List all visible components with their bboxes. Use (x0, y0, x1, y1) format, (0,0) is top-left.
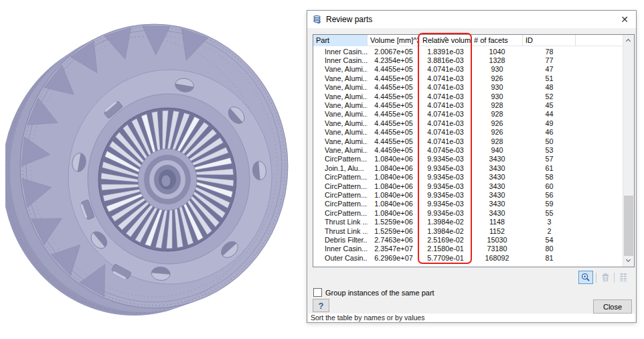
compare-columns-button[interactable] (617, 271, 629, 284)
table-row[interactable]: Thrust Link ...1.5259e+061.3984e-0211522 (313, 226, 623, 235)
table-row[interactable]: CircPattern....1.0840e+069.9345e-0334305… (313, 172, 623, 181)
table-row[interactable]: CircPattern....1.0840e+069.9345e-0334306… (313, 182, 623, 190)
cell-value: 4.4455e+05 (368, 92, 420, 100)
cell-part-name: Vane, Alumi... (313, 83, 368, 91)
cell-value: 5.7709e-01 (420, 254, 471, 262)
cell-part-name: CircPattern.... (313, 191, 368, 199)
table-row[interactable]: Vane, Alumi...4.4455e+054.0741e-0392651 (313, 74, 623, 82)
table-row[interactable]: Vane, Alumi...4.4459e+054.0745e-0394053 (313, 145, 623, 154)
table-row[interactable]: Inner Casin...2.0067e+051.8391e-03104078 (313, 47, 623, 56)
cell-value: 926 (471, 119, 523, 127)
cell-part-name: Debris Filter... (313, 236, 368, 244)
table-row[interactable]: Thrust Link ...1.5259e+061.3984e-0211483 (313, 217, 623, 226)
table-row[interactable]: Vane, Alumi...4.4455e+054.0741e-0392844 (313, 110, 623, 119)
cell-value: 44 (523, 110, 576, 118)
table-row[interactable]: Vane, Alumi...4.4455e+054.0741e-0393047 (313, 65, 623, 74)
cell-value: 15030 (471, 236, 523, 244)
scroll-down-button[interactable] (623, 255, 634, 267)
zoom-in-button[interactable] (578, 271, 593, 284)
close-button[interactable]: Close (593, 299, 632, 314)
table-row[interactable]: Vane, Alumi...4.4455e+054.0741e-0393052 (313, 92, 623, 100)
table-row[interactable]: Vane, Alumi...4.4455e+054.0741e-0392649 (313, 119, 623, 127)
cell-value: 4.0741e-03 (420, 92, 471, 100)
cell-value: 1.0840e+06 (368, 173, 420, 181)
table-row[interactable]: Outer Casin...6.2969e+075.7709e-01168092… (313, 253, 623, 262)
table-row[interactable]: Vane, Alumi...4.4455e+054.0741e-0392850 (313, 137, 623, 145)
review-parts-dialog: Review parts ✕ PartVolume [mm]^3Relative… (307, 10, 637, 323)
table-row[interactable]: Inner Casin...2.3547e+072.1580e-01731808… (313, 245, 623, 253)
table-row[interactable]: CircPattern....1.0840e+069.9345e-0334305… (313, 208, 623, 217)
cell-value: 3430 (471, 155, 523, 163)
group-instances-checkbox[interactable] (313, 288, 322, 297)
help-button[interactable]: ? (313, 299, 329, 312)
cell-value: 3430 (471, 200, 523, 208)
cell-value: 6.2969e+07 (368, 254, 420, 262)
column-header-relative-volume[interactable]: Relative volume (420, 35, 471, 46)
cad-3d-viewport[interactable] (5, 12, 303, 327)
table-body: Inner Casin...2.0067e+051.8391e-03104078… (313, 47, 623, 267)
cell-value: 1.0840e+06 (368, 182, 420, 190)
table-header: PartVolume [mm]^3Relative volume# of fac… (313, 35, 623, 46)
cell-value: 168092 (471, 254, 523, 262)
cell-value: 53 (523, 146, 576, 154)
table-row[interactable]: CircPattern....1.0840e+069.9345e-0334305… (313, 190, 623, 199)
column-header--of-facets[interactable]: # of facets (471, 35, 523, 46)
cell-value: 4.4455e+05 (368, 74, 420, 82)
cell-value: 1152 (471, 227, 523, 235)
cell-value: 4.0741e-03 (420, 83, 471, 91)
cell-value: 2.1580e-01 (420, 245, 471, 253)
cell-part-name: Thrust Link ... (313, 227, 368, 235)
cell-value: 1.0840e+06 (368, 200, 420, 208)
cell-value: 4.0745e-03 (420, 146, 471, 154)
table-row[interactable]: Inner Casin...4.2354e+053.8816e-03132877 (313, 56, 623, 64)
toolbar-separator (596, 273, 596, 283)
cell-value: 1148 (471, 218, 523, 226)
cell-value: 3430 (471, 182, 523, 190)
cell-value: 930 (471, 92, 523, 100)
parts-table[interactable]: PartVolume [mm]^3Relative volume# of fac… (313, 34, 635, 267)
cell-value: 2.3547e+07 (368, 245, 420, 253)
cell-value: 49 (523, 119, 576, 127)
table-row[interactable]: Vane, Alumi...4.4455e+054.0741e-0393048 (313, 83, 623, 92)
column-header-id[interactable]: ID (523, 35, 576, 46)
cell-value: 9.9345e-03 (420, 209, 471, 217)
vertical-scrollbar[interactable] (623, 35, 634, 267)
column-header-part[interactable]: Part (313, 35, 368, 46)
cell-part-name: Vane, Alumi... (313, 110, 368, 118)
table-row[interactable]: Vane, Alumi...4.4455e+054.0741e-0392845 (313, 100, 623, 109)
cell-value: 1.3984e-02 (420, 227, 471, 235)
delete-row-button[interactable] (599, 271, 611, 284)
table-row[interactable]: Join.1, Alu...1.0840e+069.9345e-03343061 (313, 163, 623, 172)
cell-part-name: Join.1, Alu... (313, 164, 368, 172)
cell-part-name: Inner Casin... (313, 56, 368, 64)
cell-value: 54 (523, 236, 576, 244)
dialog-titlebar[interactable]: Review parts ✕ (307, 11, 636, 28)
cell-value: 1.5259e+06 (368, 227, 420, 235)
cell-value: 48 (523, 83, 576, 91)
cell-value: 1.3984e-02 (420, 218, 471, 226)
table-row[interactable]: CircPattern....1.0840e+069.9345e-0334305… (313, 155, 623, 163)
cell-value: 4.4459e+05 (368, 146, 420, 154)
group-instances-label: Group instances of the same part (325, 289, 434, 297)
cell-part-name: Outer Casin... (313, 254, 368, 262)
table-row[interactable]: Vane, Alumi...4.4455e+054.0741e-0392646 (313, 128, 623, 137)
close-icon[interactable]: ✕ (613, 11, 636, 28)
cell-value: 2.0067e+05 (368, 48, 420, 56)
cell-value: 77 (523, 56, 576, 64)
cell-value: 51 (523, 74, 576, 82)
cell-part-name: Vane, Alumi... (313, 119, 368, 127)
cell-part-name: Vane, Alumi... (313, 92, 368, 100)
table-row[interactable]: CircPattern....1.0840e+069.9345e-0334305… (313, 200, 623, 208)
cell-part-name: Inner Casin... (313, 245, 368, 253)
toolbar-separator (614, 273, 615, 283)
table-row[interactable]: Debris Filter...2.7463e+062.5169e-021503… (313, 235, 623, 244)
cell-value: 4.2354e+05 (368, 56, 420, 64)
cell-value: 4.0741e-03 (420, 110, 471, 118)
group-instances-option[interactable]: Group instances of the same part (313, 288, 434, 297)
column-header-volume-mm-3[interactable]: Volume [mm]^3 (368, 35, 420, 46)
cell-value: 4.4455e+05 (368, 83, 420, 91)
scrollbar-thumb[interactable] (624, 196, 633, 256)
cell-value: 9.9345e-03 (420, 173, 471, 181)
cell-value: 1.8391e-03 (420, 48, 471, 56)
scroll-up-button[interactable] (623, 35, 634, 46)
